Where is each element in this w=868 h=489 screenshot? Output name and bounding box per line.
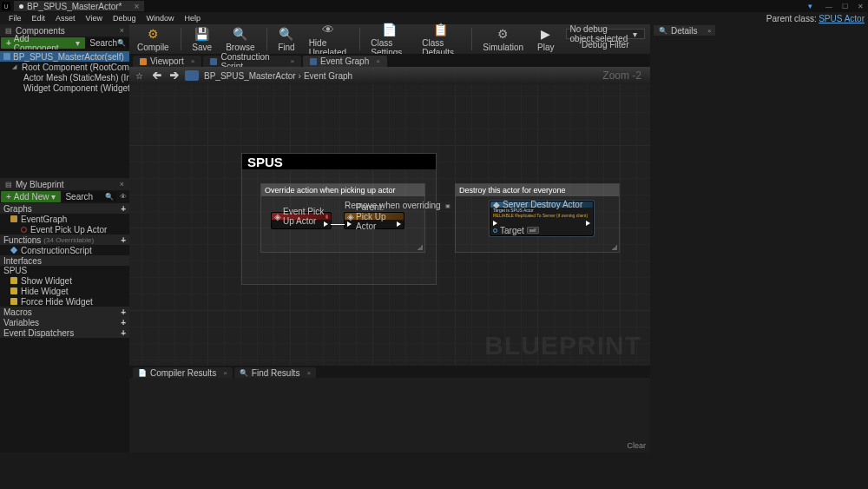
- construction-script-item[interactable]: ConstructionScript: [0, 245, 129, 255]
- window-close-button[interactable]: ✕: [854, 2, 866, 10]
- close-icon[interactable]: ×: [290, 57, 294, 65]
- menu-debug[interactable]: Debug: [108, 14, 141, 23]
- add-variable-button[interactable]: +: [121, 318, 126, 327]
- my-blueprint-panel-tab[interactable]: ▤ My Blueprint ×: [0, 178, 129, 190]
- compile-button[interactable]: ⚙ Compile: [135, 26, 172, 52]
- functions-section-header[interactable]: Functions (34 Overridable) +: [0, 235, 129, 245]
- window-minimize-button[interactable]: —: [823, 2, 835, 10]
- exec-in-pin[interactable]: [493, 221, 497, 226]
- debug-object-select[interactable]: No debug object selected ▾: [566, 29, 645, 39]
- node-event-pickup[interactable]: ◈ Event Pick Up Actor: [271, 212, 332, 229]
- nav-back-button[interactable]: 🡰: [150, 69, 162, 82]
- dispatchers-section-header[interactable]: Event Dispatchers +: [0, 327, 129, 338]
- viewport-icon: [140, 58, 147, 65]
- add-graph-button[interactable]: +: [121, 204, 126, 214]
- target-pin[interactable]: [493, 228, 497, 233]
- asset-document-tab[interactable]: BP_SPUS_MasterActor* ×: [14, 1, 144, 11]
- graphs-section-header[interactable]: Graphs +: [0, 203, 129, 214]
- expand-icon[interactable]: ◢: [12, 63, 16, 70]
- resize-handle-icon[interactable]: [612, 245, 617, 250]
- components-search-input[interactable]: Search 🔍: [87, 38, 128, 48]
- favorite-icon[interactable]: ☆: [133, 69, 145, 82]
- notification-bell-icon[interactable]: ▾: [808, 2, 812, 10]
- menu-window[interactable]: Window: [141, 14, 179, 23]
- exec-out-pin[interactable]: [397, 221, 401, 227]
- menu-help[interactable]: Help: [179, 14, 206, 23]
- browse-button[interactable]: 🔍 Browse: [223, 26, 257, 52]
- graph-watermark: BLUEPRINT: [484, 331, 641, 360]
- component-widget-row[interactable]: Widget Component (Widget3D) (Inherited): [0, 83, 129, 93]
- hide-unrelated-button[interactable]: 👁 Hide Unrelated: [306, 22, 351, 57]
- close-icon[interactable]: ×: [376, 57, 380, 65]
- component-mesh-row[interactable]: Actor Mesh (StaticMesh) (Inherited): [0, 72, 129, 83]
- graph-tab-bar: Viewport × Construction Script × Event G…: [129, 54, 650, 67]
- event-graph-item[interactable]: EventGraph: [0, 214, 129, 224]
- interface-category[interactable]: SPUS: [0, 266, 129, 275]
- event-graph-canvas[interactable]: ☆ 🡰 🡲 BP_SPUS_MasterActor›Event Graph Zo…: [129, 67, 650, 366]
- menu-asset[interactable]: Asset: [50, 14, 81, 23]
- play-button[interactable]: ▶ Play: [535, 26, 556, 52]
- close-icon[interactable]: ×: [306, 369, 311, 377]
- class-defaults-button[interactable]: 📋 Class Defaults: [419, 22, 462, 57]
- show-inherited-icon[interactable]: 👁: [120, 193, 127, 201]
- tab-compiler-results[interactable]: 📄 Compiler Results ×: [133, 367, 233, 378]
- event-pickup-item[interactable]: Event Pick Up Actor: [0, 224, 129, 235]
- tab-find-results[interactable]: 🔍 Find Results ×: [234, 367, 316, 378]
- component-root-row[interactable]: ◢ Root Component (RootComponent) (Inheri…: [0, 62, 129, 72]
- my-blueprint-search-input[interactable]: Search 🔍: [62, 192, 116, 202]
- breadcrumb-path[interactable]: BP_SPUS_MasterActor›Event Graph: [204, 70, 352, 81]
- menu-file[interactable]: File: [3, 14, 27, 23]
- class-settings-button[interactable]: 📄 Class Settings: [368, 22, 411, 57]
- add-function-button[interactable]: +: [121, 235, 126, 245]
- save-icon: 💾: [194, 26, 210, 42]
- menu-edit[interactable]: Edit: [27, 14, 51, 23]
- close-icon[interactable]: ×: [223, 369, 227, 377]
- tab-event-graph[interactable]: Event Graph ×: [303, 56, 387, 67]
- graph-icon: [10, 215, 17, 222]
- add-component-button[interactable]: + Add Component ▾: [1, 37, 85, 49]
- browse-icon: 🔍: [233, 26, 248, 42]
- tab-construction-script[interactable]: Construction Script ×: [203, 56, 301, 67]
- close-icon[interactable]: ×: [707, 27, 712, 35]
- exec-out-pin[interactable]: [586, 221, 590, 226]
- function-icon: [210, 58, 217, 65]
- macros-section-header[interactable]: Macros +: [0, 307, 129, 317]
- variables-section-header[interactable]: Variables +: [0, 317, 129, 327]
- parent-class-link[interactable]: SPUS Actor: [819, 14, 865, 23]
- interfaces-section-header[interactable]: Interfaces: [0, 255, 129, 266]
- resize-handle-icon[interactable]: [418, 245, 423, 250]
- close-tab-icon[interactable]: ×: [135, 2, 140, 11]
- window-maximize-button[interactable]: ☐: [838, 2, 851, 10]
- details-panel-tab[interactable]: 🔍 Details ×: [654, 25, 715, 36]
- warning-icon: [326, 215, 328, 219]
- node-parent-pickup[interactable]: ◈ Parent: Pick Up Actor: [344, 212, 404, 229]
- find-button[interactable]: 🔍 Find: [275, 26, 297, 52]
- add-macro-button[interactable]: +: [121, 307, 126, 317]
- interface-force-hide-widget[interactable]: Force Hide Widget: [0, 296, 129, 307]
- search-icon: 🔍: [117, 39, 126, 47]
- close-icon[interactable]: ▣: [445, 202, 450, 208]
- close-icon[interactable]: ×: [120, 26, 124, 35]
- class-settings-icon: 📄: [382, 22, 398, 37]
- parent-class-indicator: Parent class: SPUS Actor: [766, 14, 865, 23]
- menu-view[interactable]: View: [81, 14, 108, 23]
- interface-function-icon: [10, 298, 17, 305]
- exec-in-pin[interactable]: [347, 221, 352, 227]
- close-icon[interactable]: ×: [191, 57, 195, 65]
- event-node-icon: ◈: [274, 212, 281, 221]
- nav-forward-button[interactable]: 🡲: [168, 69, 180, 82]
- close-icon[interactable]: ×: [120, 180, 124, 188]
- add-dispatcher-button[interactable]: +: [121, 328, 126, 338]
- exec-out-pin[interactable]: [324, 221, 328, 227]
- add-new-button[interactable]: + Add New ▾: [1, 191, 61, 202]
- interface-hide-widget[interactable]: Hide Widget: [0, 286, 129, 296]
- component-self-row[interactable]: BP_SPUS_MasterActor(self): [0, 51, 129, 62]
- save-button[interactable]: 💾 Save: [189, 26, 214, 52]
- node-server-destroy[interactable]: ◆ Server Destroy Actor Target is SPUS Ac…: [490, 201, 594, 236]
- clear-button[interactable]: Clear: [627, 441, 646, 450]
- tab-viewport[interactable]: Viewport ×: [133, 56, 201, 67]
- simulation-button[interactable]: ⚙ Simulation: [480, 26, 526, 52]
- interface-show-widget[interactable]: Show Widget: [0, 275, 129, 286]
- exec-wire: [331, 224, 345, 225]
- details-tab-label: Details: [671, 26, 698, 36]
